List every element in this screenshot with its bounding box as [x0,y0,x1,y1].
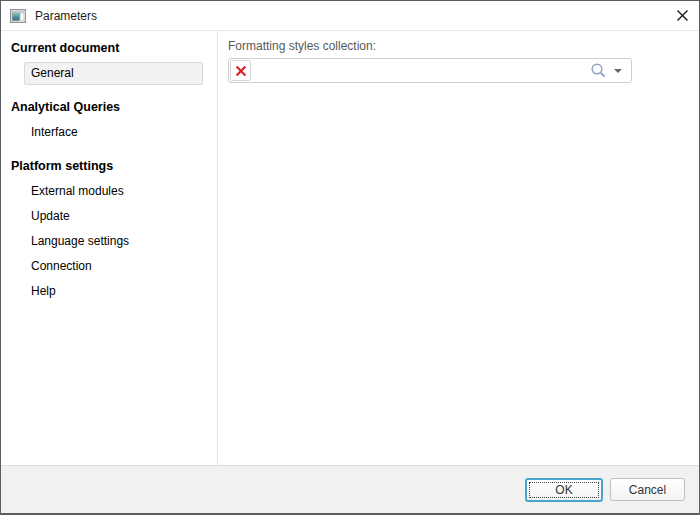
ok-button[interactable]: OK [525,478,603,502]
sidebar-item-connection[interactable]: Connection [24,255,203,278]
formatting-styles-input[interactable] [255,61,583,80]
settings-nav: Current document General Analytical Quer… [1,31,218,465]
sidebar-item-interface[interactable]: Interface [24,121,203,144]
sidebar-item-general[interactable]: General [24,62,203,85]
group-header-current-document: Current document [11,41,207,55]
dialog-body: Current document General Analytical Quer… [1,31,699,465]
app-window-icon [10,8,26,24]
parameters-dialog: Parameters Current document General Anal… [0,0,700,515]
clear-icon[interactable] [230,60,251,81]
sidebar-item-help[interactable]: Help [24,280,203,303]
title-bar: Parameters [1,1,699,31]
general-settings-panel: Formatting styles collection: [218,31,699,465]
group-header-analytical-queries: Analytical Queries [11,100,207,114]
sidebar-item-update[interactable]: Update [24,205,203,228]
group-header-platform-settings: Platform settings [11,159,207,173]
formatting-styles-combo [228,58,632,83]
window-title: Parameters [35,9,97,23]
sidebar-item-external-modules[interactable]: External modules [24,180,203,203]
cancel-button[interactable]: Cancel [610,478,685,501]
search-icon[interactable] [587,60,609,82]
close-icon[interactable] [665,1,699,30]
button-bar: OK Cancel [1,465,699,513]
chevron-down-icon[interactable] [609,60,627,82]
formatting-styles-label: Formatting styles collection: [228,39,689,53]
sidebar-item-language-settings[interactable]: Language settings [24,230,203,253]
